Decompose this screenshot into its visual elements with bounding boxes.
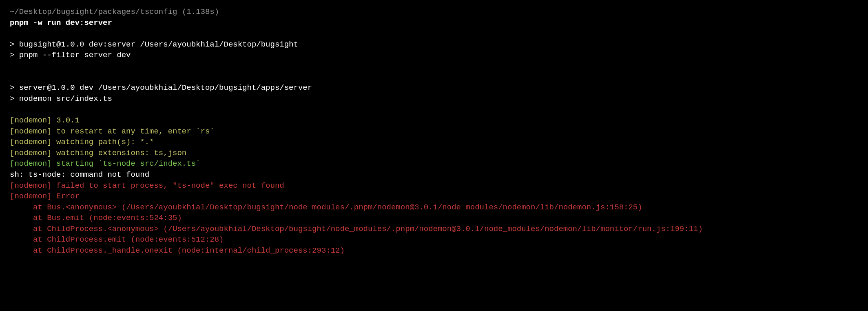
error-failed: [nodemon] failed to start process, "ts-n… <box>10 180 858 191</box>
blank-line <box>10 28 858 39</box>
output-line-4: > nodemon src/index.ts <box>10 93 858 104</box>
nodemon-version: [nodemon] 3.0.1 <box>10 115 858 126</box>
command-line[interactable]: pnpm -w run dev:server <box>10 18 858 29</box>
stack-trace-5: at ChildProcess._handle.onexit (node:int… <box>10 245 858 256</box>
prompt-timing: (1.138s) <box>182 7 219 16</box>
output-line-2: > pnpm --filter server dev <box>10 50 858 61</box>
output-line-3: > server@1.0.0 dev /Users/ayoubkhial/Des… <box>10 82 858 93</box>
error-label: [nodemon] Error <box>10 191 858 202</box>
stack-trace-1: at Bus.<anonymous> (/Users/ayoubkhial/De… <box>10 202 858 213</box>
blank-line <box>10 104 858 115</box>
nodemon-watching-paths: [nodemon] watching path(s): *.* <box>10 137 858 148</box>
output-line-1: > bugsight@1.0.0 dev:server /Users/ayoub… <box>10 39 858 50</box>
stack-trace-4: at ChildProcess.emit (node:events:512:28… <box>10 234 858 245</box>
stack-trace-3: at ChildProcess.<anonymous> (/Users/ayou… <box>10 224 858 235</box>
stack-trace-2: at Bus.emit (node:events:524:35) <box>10 213 858 224</box>
prompt-path: ~/Desktop/bugsight/packages/tsconfig <box>10 7 177 16</box>
nodemon-watching-ext: [nodemon] watching extensions: ts,json <box>10 148 858 159</box>
nodemon-restart: [nodemon] to restart at any time, enter … <box>10 126 858 137</box>
blank-line <box>10 61 858 72</box>
blank-line <box>10 72 858 83</box>
nodemon-starting: [nodemon] starting `ts-node src/index.ts… <box>10 158 858 169</box>
error-sh: sh: ts-node: command not found <box>10 169 858 180</box>
prompt-line: ~/Desktop/bugsight/packages/tsconfig (1.… <box>10 7 858 18</box>
